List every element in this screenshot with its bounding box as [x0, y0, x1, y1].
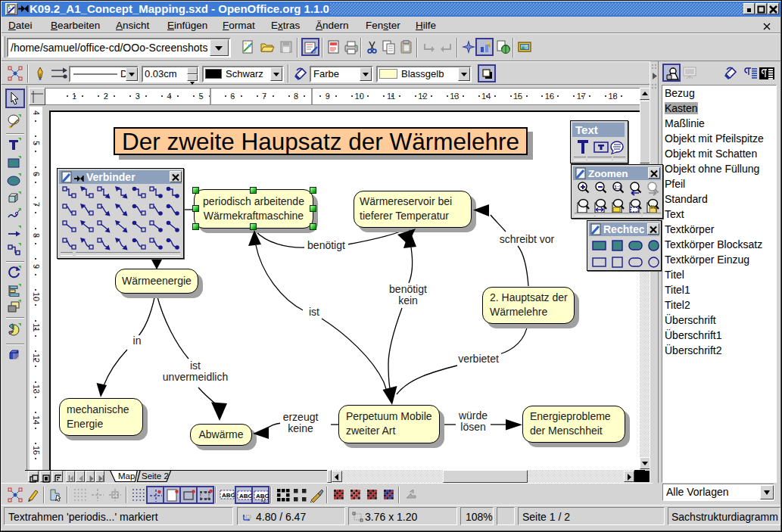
svg-text:Seite 2: Seite 2 — [142, 471, 169, 481]
svg-text:Map: Map — [118, 471, 135, 481]
svg-text:1:1: 1:1 — [614, 185, 622, 190]
svg-text:ABC: ABC — [239, 493, 252, 499]
svg-text:ABC: ABC — [222, 492, 235, 499]
